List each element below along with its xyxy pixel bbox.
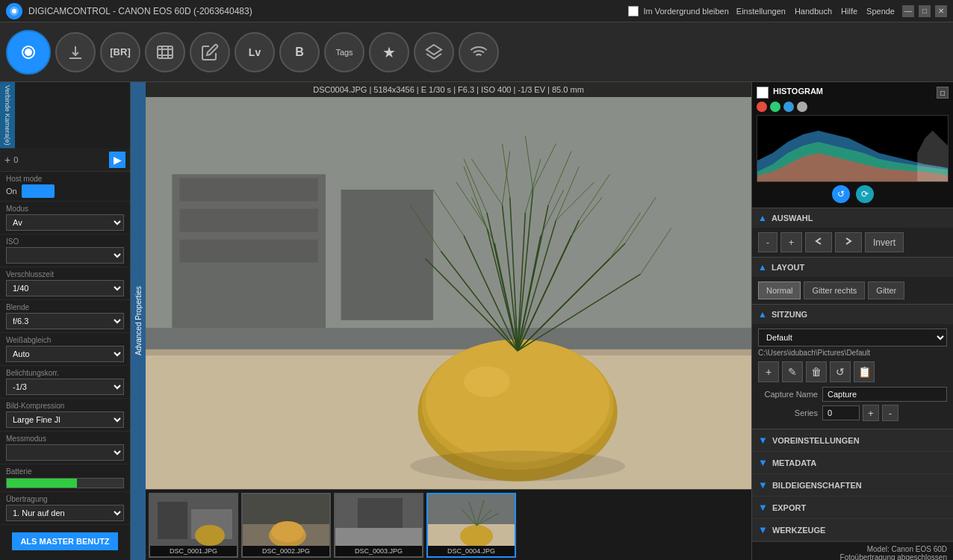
- hist-luma-btn[interactable]: [797, 102, 807, 112]
- thumbnail-4[interactable]: DSC_0004.JPG: [426, 493, 516, 558]
- layers-button[interactable]: [414, 32, 454, 72]
- layout-gitter-rechts-btn[interactable]: Gitter rechts: [804, 281, 865, 299]
- auswahl-section: ▲ AUSWAHL - + Invert: [752, 208, 953, 258]
- minimize-button[interactable]: —: [902, 5, 914, 17]
- messmodus-select[interactable]: [6, 444, 124, 461]
- metadata-header[interactable]: ▼ METADATA: [752, 452, 953, 474]
- iso-select[interactable]: [6, 247, 124, 264]
- thumbnail-3[interactable]: DSC_0003.JPG: [334, 493, 423, 558]
- sitzung-add-btn[interactable]: +: [758, 361, 779, 382]
- bildeigenschaften-header[interactable]: ▼ BILDEIGENSCHAFTEN: [752, 474, 953, 497]
- histogram-refresh-btn[interactable]: ↺: [832, 185, 850, 203]
- batterie-section: Batterie: [0, 464, 130, 492]
- layout-normal-btn[interactable]: Normal: [758, 281, 801, 299]
- b-button[interactable]: B: [279, 32, 320, 72]
- modus-select[interactable]: Av: [6, 214, 124, 231]
- capture-name-input[interactable]: Capture: [822, 387, 947, 402]
- movie-button[interactable]: [145, 32, 185, 72]
- series-input[interactable]: [822, 405, 860, 420]
- svg-point-71: [271, 521, 304, 542]
- status-transfer: Fotoübertragung abgeschlossen: [758, 553, 947, 560]
- capture-button[interactable]: [6, 30, 51, 75]
- svg-point-22: [426, 339, 610, 462]
- sitzung-body: Default C:\Users\idubach\Pictures\Defaul…: [752, 324, 953, 429]
- layout-buttons: Normal Gitter rechts Gitter: [758, 281, 947, 299]
- auswahl-minus-btn[interactable]: -: [758, 232, 777, 252]
- image-info-bar: DSC0004.JPG | 5184x3456 | E 1/30 s | F6.…: [146, 82, 751, 97]
- voreinstellungen-header[interactable]: ▼ VOREINSTELLUNGEN: [752, 429, 953, 452]
- menu-hilfe[interactable]: Hilfe: [841, 7, 857, 16]
- capture-name-row: Capture Name Capture: [758, 387, 947, 402]
- star-button[interactable]: ★: [369, 32, 409, 72]
- tags-button[interactable]: Tags: [324, 32, 364, 72]
- hist-blue-btn[interactable]: [783, 102, 794, 112]
- layout-header[interactable]: ▲ LAYOUT: [752, 258, 953, 277]
- export-arrow-icon: ▼: [758, 502, 768, 513]
- belichtung-select[interactable]: -1/3: [6, 379, 124, 395]
- sitzung-select[interactable]: Default: [758, 329, 947, 346]
- metadata-title: METADATA: [772, 458, 816, 467]
- hist-green-btn[interactable]: [770, 102, 780, 112]
- nav-value: 0: [13, 155, 18, 164]
- blende-select[interactable]: f/6.3: [6, 313, 124, 329]
- thumb-label-2: DSC_0002.JPG: [243, 546, 329, 556]
- sidebar-camera-label[interactable]: Verbinde Kamera(e): [0, 82, 15, 149]
- close-button[interactable]: ✕: [935, 5, 947, 17]
- auswahl-header[interactable]: ▲ AUSWAHL: [752, 208, 953, 228]
- layout-body: Normal Gitter rechts Gitter: [752, 277, 953, 304]
- lv-button[interactable]: Lv: [235, 32, 275, 72]
- werkzeuge-arrow-icon: ▼: [758, 524, 768, 535]
- histogram-checkbox[interactable]: [757, 87, 769, 99]
- thumbnail-2[interactable]: DSC_0002.JPG: [241, 493, 331, 558]
- histogram-title: HISTOGRAM: [773, 87, 823, 96]
- host-mode-toggle[interactable]: [22, 184, 55, 198]
- series-row: Series + -: [758, 405, 947, 421]
- layout-gitter-btn[interactable]: Gitter: [868, 281, 904, 299]
- ubertragung-select[interactable]: 1. Nur auf den: [6, 505, 124, 521]
- series-plus-btn[interactable]: +: [863, 405, 879, 421]
- thumbnail-1[interactable]: DSC_0001.JPG: [149, 493, 238, 558]
- maximize-button[interactable]: □: [919, 5, 931, 17]
- br-button[interactable]: [BR]: [100, 32, 140, 72]
- auswahl-invert-btn[interactable]: Invert: [865, 232, 904, 252]
- sitzung-edit-btn[interactable]: ✎: [782, 361, 803, 382]
- series-minus-btn[interactable]: -: [882, 405, 898, 421]
- sitzung-header[interactable]: ▲ SITZUNG: [752, 305, 953, 324]
- werkzeuge-title: WERKZEUGE: [772, 526, 826, 535]
- export-header[interactable]: ▼ EXPORT: [752, 497, 953, 519]
- histogram-maximize-btn[interactable]: □: [937, 87, 949, 99]
- auswahl-buttons: - + Invert: [758, 232, 947, 252]
- advanced-properties-tab[interactable]: Advanced Properties: [131, 82, 146, 560]
- werkzeuge-header[interactable]: ▼ WERKZEUGE: [752, 519, 953, 541]
- histogram-auto-btn[interactable]: ⟳: [856, 185, 874, 203]
- sitzung-delete-btn[interactable]: 🗑: [806, 361, 827, 382]
- bildeigenschaften-title: BILDEIGENSCHAFTEN: [772, 481, 862, 490]
- weissabgleich-select[interactable]: Auto: [6, 346, 124, 362]
- master-button[interactable]: ALS MASTER BENUTZ: [12, 532, 118, 550]
- thumb-label-3: DSC_0003.JPG: [335, 546, 422, 556]
- sitzung-copy-btn[interactable]: 📋: [854, 361, 875, 382]
- series-label: Series: [758, 408, 818, 417]
- bildeigenschaften-arrow-icon: ▼: [758, 479, 768, 491]
- menu-handbuch[interactable]: Handbuch: [795, 7, 832, 16]
- auswahl-right-btn[interactable]: [835, 232, 862, 252]
- sitzung-refresh-btn[interactable]: ↺: [830, 361, 851, 382]
- metadata-arrow-icon: ▼: [758, 457, 768, 468]
- download-button[interactable]: [55, 32, 96, 72]
- edit-button[interactable]: [190, 32, 230, 72]
- menu-spende[interactable]: Spende: [866, 7, 895, 16]
- export-title: EXPORT: [772, 503, 806, 512]
- bottom-buttons: 📷 DATE: [0, 558, 130, 560]
- histogram-canvas: [757, 115, 949, 182]
- hist-red-btn[interactable]: [757, 102, 767, 112]
- auswahl-plus-btn[interactable]: +: [780, 232, 802, 252]
- verschlusszeit-select[interactable]: 1/40: [6, 280, 124, 296]
- nav-expand-btn[interactable]: ▶: [109, 152, 125, 168]
- auswahl-left-btn[interactable]: [805, 232, 832, 252]
- layout-title: LAYOUT: [772, 263, 804, 272]
- menu-einstellungen[interactable]: Einstellungen: [736, 7, 786, 16]
- bild-kompression-select[interactable]: Large Fine Jl: [6, 411, 124, 428]
- stay-front-checkbox[interactable]: [628, 6, 639, 16]
- wifi-button[interactable]: [459, 32, 499, 72]
- sitzung-arrow-icon: ▲: [758, 309, 767, 320]
